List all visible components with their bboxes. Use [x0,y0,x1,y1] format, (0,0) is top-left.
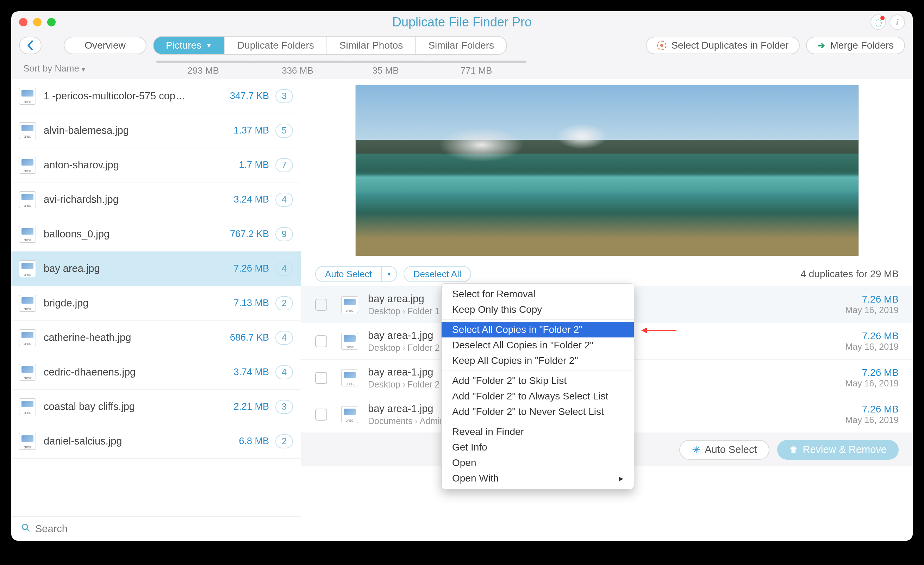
info-icon[interactable]: i [890,14,905,30]
chevron-down-icon: ▼ [206,42,212,49]
auto-select-menu-button[interactable]: ▼ [382,266,397,282]
list-item[interactable]: catherine-heath.jpg 686.7 KB 4 [11,320,301,355]
list-item[interactable]: daniel-salcius.jpg 6.8 MB 2 [11,424,301,458]
count-badge: 7 [275,158,293,172]
tab-duplicate-folders[interactable]: Duplicate Folders [224,37,326,54]
size-bar [250,60,345,63]
file-size: 6.8 MB [239,436,269,447]
checkbox[interactable] [315,335,327,347]
menu-item[interactable]: Deselect All Copies in "Folder 2" [442,337,634,353]
menu-item[interactable]: Get Info [442,440,634,455]
back-button[interactable] [19,37,42,54]
file-size: 3.24 MB [234,194,269,205]
preview-area [301,79,913,262]
tab-size-label: 35 MB [372,65,399,76]
list-item[interactable]: cedric-dhaenens.jpg 3.74 MB 4 [11,355,301,389]
list-item[interactable]: brigde.jpg 7.13 MB 2 [11,286,301,320]
detail-action-row: Auto Select ▼ Deselect All 4 duplicates … [301,262,913,286]
jpeg-file-icon [19,295,36,312]
svg-marker-3 [641,328,647,333]
file-size: 7.26 MB [234,263,269,274]
file-name: daniel-salcius.jpg [44,435,232,447]
tab-pictures[interactable]: Pictures▼ [153,37,224,54]
file-list-sidebar: 1 -pericos-multicolor-575 cop… 347.7 KB … [11,79,301,541]
file-name: balloons_0.jpg [44,228,224,240]
overview-button[interactable]: Overview [64,37,147,54]
file-size: 767.2 KB [230,228,269,239]
size-bar [156,60,250,63]
checkbox[interactable] [315,372,327,384]
main-split: 1 -pericos-multicolor-575 cop… 347.7 KB … [11,79,913,541]
sort-dropdown[interactable]: Sort by Name▼ [19,63,156,74]
tab-similar-photos[interactable]: Similar Photos [326,37,416,54]
menu-item[interactable]: Keep All Copies in "Folder 2" [442,353,634,368]
feed-icon[interactable]: ◌ [870,14,886,30]
menu-item[interactable]: Add "Folder 2" to Skip List [442,373,634,389]
count-badge: 4 [275,193,293,207]
merge-folders-button[interactable]: ➔ Merge Folders [806,37,905,54]
count-badge: 4 [275,331,293,345]
file-size: 1.7 MB [239,159,269,170]
dup-file-size: 7.26 MB [846,367,899,378]
menu-item[interactable]: Open With [442,470,634,486]
app-window: Duplicate File Finder Pro ◌ i Overview P… [11,11,913,541]
auto-select-button[interactable]: ✳ Auto Select [679,440,770,460]
count-badge: 4 [275,262,293,276]
list-item[interactable]: anton-sharov.jpg 1.7 MB 7 [11,148,301,182]
jpeg-file-icon [341,333,358,350]
dup-file-date: May 16, 2019 [846,342,899,352]
menu-item[interactable]: Keep Only this Copy [442,302,634,317]
context-menu: Select for RemovalKeep Only this CopySel… [441,283,634,489]
menu-item[interactable]: Select for Removal [442,286,634,302]
close-icon[interactable] [19,18,27,26]
list-item[interactable]: avi-richardsh.jpg 3.24 MB 4 [11,182,301,217]
list-item[interactable]: alvin-balemesa.jpg 1.37 MB 5 [11,113,301,148]
search-row [11,516,301,541]
tabs-sizebar-row: Sort by Name▼ 293 MB336 MB35 MB771 MB [11,58,913,79]
menu-item[interactable]: Add "Folder 2" to Never Select List [442,404,634,419]
jpeg-file-icon [341,370,358,386]
dup-file-date: May 16, 2019 [846,415,899,425]
size-bar [345,60,426,63]
category-tabs: Pictures▼Duplicate FoldersSimilar Photos… [153,36,507,55]
zoom-icon[interactable] [47,18,56,26]
review-remove-button[interactable]: 🗑 Review & Remove [777,440,898,460]
tab-size-label: 293 MB [188,65,219,76]
jpeg-file-icon [19,398,36,415]
file-size: 1.37 MB [234,125,269,136]
list-item[interactable]: 1 -pericos-multicolor-575 cop… 347.7 KB … [11,79,301,113]
search-icon [21,523,30,535]
titlebar: Duplicate File Finder Pro ◌ i [11,11,913,33]
search-input[interactable] [35,523,291,535]
menu-item[interactable]: Select All Copies in "Folder 2" [442,322,634,337]
checkbox[interactable] [315,299,327,311]
dup-file-size: 7.26 MB [846,294,899,305]
count-badge: 3 [275,89,293,103]
checkbox[interactable] [315,409,327,421]
menu-item[interactable]: Reveal in Finder [442,424,634,440]
jpeg-file-icon [341,296,358,313]
jpeg-file-icon [19,122,36,139]
auto-select-small-button[interactable]: Auto Select [315,266,382,282]
select-duplicates-folder-button[interactable]: Select Duplicates in Folder [646,37,800,54]
window-title: Duplicate File Finder Pro [11,15,913,30]
dup-file-date: May 16, 2019 [846,378,899,389]
menu-item[interactable]: Open [442,455,634,470]
dup-file-date: May 16, 2019 [846,305,899,315]
list-item[interactable]: bay area.jpg 7.26 MB 4 [11,251,301,286]
window-controls [19,18,56,26]
count-badge: 3 [275,400,293,414]
toolbar: Overview Pictures▼Duplicate FoldersSimil… [11,33,913,58]
list-item[interactable]: coastal bay cliffs.jpg 2.21 MB 3 [11,389,301,424]
menu-item[interactable]: Add "Folder 2" to Always Select List [442,389,634,404]
pointer-arrow-icon [641,326,676,335]
tab-similar-folders[interactable]: Similar Folders [415,37,506,54]
minimize-icon[interactable] [33,18,42,26]
deselect-all-button[interactable]: Deselect All [404,266,471,282]
list-item[interactable]: balloons_0.jpg 767.2 KB 9 [11,217,301,251]
file-name: brigde.jpg [44,297,227,309]
count-badge: 5 [275,124,293,138]
jpeg-file-icon [19,433,36,450]
file-name: avi-richardsh.jpg [44,194,227,205]
file-name: anton-sharov.jpg [44,159,232,171]
